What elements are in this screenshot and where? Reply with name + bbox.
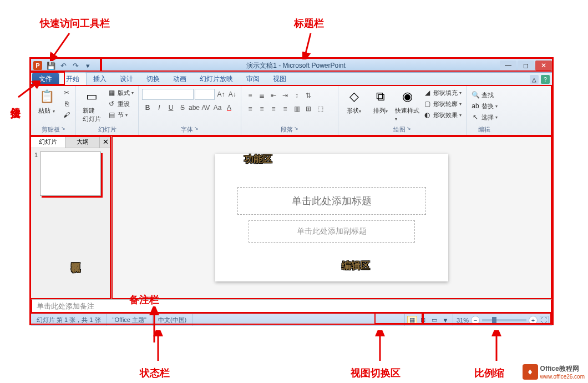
tab-slideshow[interactable]: 幻灯片放映 (193, 73, 240, 85)
smartart-button[interactable]: ⬚ (315, 103, 326, 114)
help-icon[interactable]: ? (541, 75, 550, 84)
replace-icon: ab (471, 102, 480, 110)
arrange-button[interactable]: ⧉排列▾ (368, 88, 393, 115)
ribbon: 📋 粘贴 ▾ ✂ ⎘ 🖌 剪贴板↘ ▭ 新建 幻灯片 ▦版式▾ (31, 86, 552, 136)
app-icon[interactable]: P (33, 61, 42, 70)
select-icon: ↖ (471, 113, 480, 122)
align-left-button[interactable]: ≡ (245, 103, 256, 114)
redo-icon[interactable]: ↷ (70, 60, 81, 71)
tab-design[interactable]: 设计 (113, 73, 140, 85)
reading-view-button[interactable]: ▭ (429, 316, 439, 325)
sorter-view-button[interactable]: ⊞ (418, 316, 428, 325)
select-button[interactable]: ↖选择▾ (470, 112, 499, 122)
underline-button[interactable]: U (165, 102, 176, 113)
subtitle-placeholder[interactable]: 单击此处添加副标题 (249, 220, 415, 243)
watermark: ♦ Office教程网 www.office26.com (523, 364, 585, 380)
shadow-button[interactable]: abe (189, 102, 200, 113)
align-center-button[interactable]: ≡ (256, 103, 267, 114)
text-direction-button[interactable]: ⇅ (303, 90, 314, 101)
anno-qat: 快速访问工具栏 (40, 17, 110, 30)
font-family-select[interactable] (142, 89, 194, 100)
save-icon[interactable]: 💾 (45, 60, 57, 71)
columns-button[interactable]: ▥ (291, 103, 302, 114)
notes-pane[interactable]: 单击此处添加备注 (31, 299, 552, 314)
clipboard-launcher[interactable]: ↘ (61, 125, 65, 134)
strikethrough-button[interactable]: S (177, 102, 188, 113)
layout-button[interactable]: ▦版式▾ (106, 88, 135, 98)
panel-tab-outline[interactable]: 大纲 (65, 136, 100, 148)
bold-button[interactable]: B (142, 102, 153, 113)
panel-tab-slides[interactable]: 幻灯片 (31, 136, 65, 148)
anno-ribbon: 功能区 (244, 153, 272, 165)
svg-line-1 (305, 33, 311, 56)
shape-outline-button[interactable]: ▢形状轮廓▾ (422, 99, 463, 109)
section-button[interactable]: ▤节▾ (106, 110, 135, 120)
bullets-button[interactable]: ≡ (245, 90, 256, 101)
effects-icon: ◐ (423, 110, 432, 119)
slide-canvas-wrap[interactable]: 单击此处添加标题 单击此处添加副标题 (113, 137, 551, 298)
numbering-button[interactable]: ≣ (256, 90, 267, 101)
replace-button[interactable]: ab替换▾ (470, 101, 499, 111)
tab-review[interactable]: 审阅 (240, 73, 266, 85)
align-text-button[interactable]: ⊞ (303, 103, 314, 114)
shape-effects-button[interactable]: ◐形状效果▾ (422, 110, 463, 120)
zoom-controls: 31% − + ⛶ (453, 314, 552, 326)
shape-fill-button[interactable]: ◢形状填充▾ (422, 88, 463, 98)
new-slide-button[interactable]: ▭ 新建 幻灯片 (79, 88, 104, 123)
quick-styles-icon: ◉ (398, 88, 416, 105)
grow-font-icon[interactable]: A↑ (216, 89, 226, 100)
reset-button[interactable]: ↺重设 (106, 99, 135, 109)
font-color-button[interactable]: A (224, 102, 235, 113)
zoom-in-button[interactable]: + (529, 316, 538, 325)
cut-button[interactable]: ✂ (61, 88, 72, 98)
quick-styles-button[interactable]: ◉快速样式▾ (395, 88, 419, 122)
watermark-title: Office教程网 (540, 364, 585, 374)
slide-thumbnail-1[interactable]: 1 (34, 152, 108, 196)
minimize-ribbon-icon[interactable]: △ (530, 75, 539, 84)
tab-view[interactable]: 视图 (266, 73, 293, 85)
zoom-percent[interactable]: 31% (457, 317, 469, 324)
zoom-out-button[interactable]: − (471, 316, 480, 325)
font-size-select[interactable] (195, 89, 215, 100)
panel-close-button[interactable]: ✕ (100, 136, 111, 148)
qat-customize-icon[interactable]: ▾ (82, 60, 93, 71)
status-bar: 幻灯片 第 1 张，共 1 张 "Office 主题" 中文(中国) ▦ ⊞ ▭… (31, 314, 552, 326)
drawing-launcher[interactable]: ↘ (407, 125, 411, 134)
anno-edit-area: 编辑区 (342, 259, 370, 272)
anno-titlebar: 标题栏 (294, 17, 324, 30)
format-painter-button[interactable]: 🖌 (61, 110, 72, 120)
paragraph-launcher[interactable]: ↘ (294, 125, 298, 134)
align-right-button[interactable]: ≡ (268, 103, 279, 114)
tab-insert[interactable]: 插入 (87, 73, 113, 85)
fit-window-button[interactable]: ⛶ (540, 316, 549, 325)
close-button[interactable]: ✕ (535, 61, 552, 70)
change-case-button[interactable]: Aa (212, 102, 223, 113)
shrink-font-icon[interactable]: A↓ (227, 89, 237, 100)
find-button[interactable]: 🔍查找 (470, 90, 499, 100)
anno-status: 状态栏 (140, 366, 170, 380)
increase-indent-button[interactable]: ⇥ (280, 90, 291, 101)
slide-canvas: 单击此处添加标题 单击此处添加副标题 (215, 154, 448, 281)
tab-home[interactable]: 开始 (59, 72, 87, 85)
title-placeholder[interactable]: 单击此处添加标题 (237, 187, 426, 215)
justify-button[interactable]: ≡ (280, 103, 291, 114)
font-launcher[interactable]: ↘ (194, 125, 199, 134)
char-spacing-button[interactable]: AV (200, 102, 211, 113)
minimize-button[interactable]: — (500, 61, 516, 70)
shapes-button[interactable]: ◇形状▾ (342, 88, 366, 115)
tab-animations[interactable]: 动画 (166, 73, 193, 85)
anno-zoom: 比例缩 (474, 366, 504, 380)
zoom-slider[interactable] (482, 319, 526, 321)
copy-button[interactable]: ⎘ (61, 99, 72, 109)
normal-view-button[interactable]: ▦ (407, 316, 417, 325)
slideshow-view-button[interactable]: ▼ (440, 316, 450, 325)
line-spacing-button[interactable]: ↕ (291, 90, 302, 101)
italic-button[interactable]: I (154, 102, 165, 113)
decrease-indent-button[interactable]: ⇤ (268, 90, 279, 101)
undo-icon[interactable]: ↶ (58, 60, 69, 71)
tab-transitions[interactable]: 切换 (140, 73, 166, 85)
status-slide-info[interactable]: 幻灯片 第 1 张，共 1 张 (31, 314, 107, 326)
slide-edit-area: 单击此处添加标题 单击此处添加副标题 (111, 136, 552, 299)
maximize-button[interactable]: ◻ (518, 61, 534, 70)
new-slide-icon: ▭ (83, 88, 100, 105)
